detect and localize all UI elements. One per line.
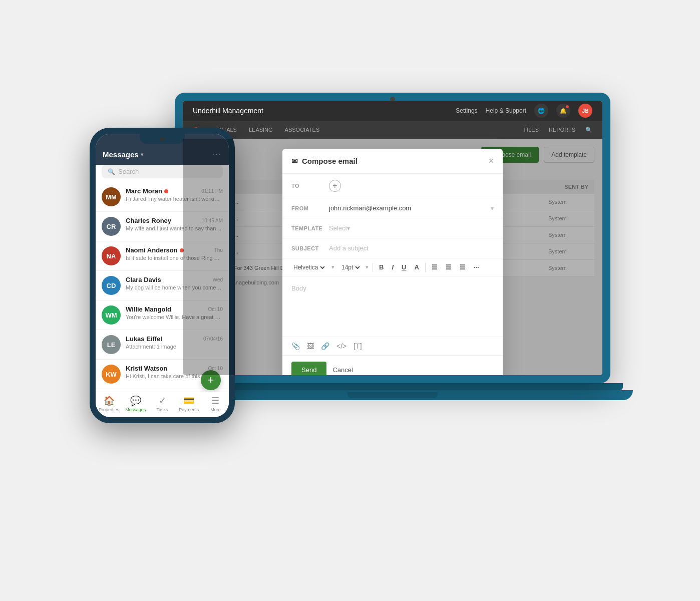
attach-file-icon[interactable]: 📎 xyxy=(291,342,300,350)
sender-name: Willie Mangold xyxy=(126,306,171,313)
to-label: TO xyxy=(291,183,329,189)
phone-camera xyxy=(160,137,164,141)
help-button[interactable]: Help & Support xyxy=(486,107,526,114)
nav-messages-label: Messages xyxy=(125,407,146,412)
nav-messages[interactable]: 💬 Messages xyxy=(122,395,149,412)
underline-button[interactable]: U xyxy=(400,262,408,272)
template-chevron-icon[interactable]: ▾ xyxy=(347,225,350,232)
sender-name: Kristi Watson xyxy=(126,365,167,372)
nav-associates[interactable]: ASSOCIATES xyxy=(285,127,319,133)
nav-more[interactable]: ☰ More xyxy=(202,395,229,412)
attach-template-icon[interactable]: [T] xyxy=(354,342,362,350)
email-body[interactable]: Body xyxy=(282,276,503,337)
laptop-touchpad-indent xyxy=(347,392,438,398)
from-email: john.rickman@example.com xyxy=(329,204,491,212)
template-label: TEMPLATE xyxy=(291,225,329,231)
scene: Underhill Management Settings Help & Sup… xyxy=(75,63,625,538)
messages-icon: 💬 xyxy=(130,395,141,406)
toolbar-separator-2 xyxy=(425,263,426,272)
attach-code-icon[interactable]: </> xyxy=(336,342,346,350)
unread-indicator xyxy=(164,189,168,193)
cancel-button[interactable]: Cancel xyxy=(332,366,353,374)
add-recipient-button[interactable]: + xyxy=(329,180,341,192)
attach-image-icon[interactable]: 🖼 xyxy=(307,342,314,350)
nav-payments[interactable]: 💳 Payments xyxy=(176,395,202,412)
nav-files[interactable]: FILES xyxy=(523,127,539,133)
avatar: NA xyxy=(102,246,121,265)
font-size-select[interactable]: 14pt xyxy=(339,263,362,271)
sender-name: Marc Moran xyxy=(126,187,168,195)
nav-properties[interactable]: 🏠 Properties xyxy=(96,395,122,412)
sender-name: Naomi Anderson xyxy=(126,246,184,254)
laptop: Underhill Management Settings Help & Sup… xyxy=(175,93,610,503)
nav-properties-label: Properties xyxy=(99,407,119,412)
italic-button[interactable]: I xyxy=(390,262,396,272)
header-right: Settings Help & Support 🌐 🔔 JB xyxy=(456,104,592,118)
search-input[interactable]: Search xyxy=(118,168,139,175)
notification-icon[interactable]: 🔔 xyxy=(556,104,570,118)
more-options-button[interactable]: ··· xyxy=(472,262,481,272)
align-button[interactable]: ☰ xyxy=(458,262,468,272)
modal-actions: Send Cancel xyxy=(282,355,503,375)
attachment-toolbar: 📎 🖼 🔗 </> [T] xyxy=(282,337,503,355)
editor-toolbar: Helvetica ▾ 14pt ▾ B I xyxy=(282,258,503,276)
nav-tasks[interactable]: ✓ Tasks xyxy=(149,395,175,412)
to-field: TO + xyxy=(282,174,503,198)
phone-messages-title: Messages ▾ xyxy=(103,150,143,159)
payments-icon: 💳 xyxy=(183,395,194,406)
subject-input[interactable]: Add a subject xyxy=(329,244,369,252)
search-icon: 🔍 xyxy=(108,168,115,175)
notification-badge xyxy=(565,105,569,109)
settings-button[interactable]: Settings xyxy=(456,107,477,114)
font-family-select[interactable]: Helvetica xyxy=(291,263,326,271)
more-icon: ☰ xyxy=(211,395,219,406)
avatar: MM xyxy=(102,187,121,206)
modal-header: ✉ Compose email × xyxy=(282,149,503,174)
app-content: Compose email Add template 51 emails mat… xyxy=(183,139,602,375)
unordered-list-button[interactable]: ☰ xyxy=(430,262,440,272)
nav-leasing[interactable]: LEASING xyxy=(249,127,273,133)
globe-icon[interactable]: 🌐 xyxy=(534,104,548,118)
attach-link-icon[interactable]: 🔗 xyxy=(321,342,329,350)
bold-button[interactable]: B xyxy=(377,262,386,272)
from-chevron-icon[interactable]: ▾ xyxy=(491,205,494,212)
list-item[interactable]: SP Sophia Pfaff 07/04/16 + xyxy=(96,389,229,392)
modal-title: ✉ Compose email xyxy=(291,157,358,166)
app-header: Underhill Management Settings Help & Sup… xyxy=(183,101,602,121)
nav-right: FILES REPORTS 🔍 xyxy=(523,127,592,133)
body-placeholder: Body xyxy=(291,284,306,292)
laptop-body: Underhill Management Settings Help & Sup… xyxy=(175,93,610,383)
email-icon: ✉ xyxy=(291,157,298,166)
content-area: Compose email Add template 51 emails mat… xyxy=(183,139,602,375)
nav-reports[interactable]: REPORTS xyxy=(549,127,575,133)
ordered-list-button[interactable]: ☰ xyxy=(444,262,454,272)
template-field: TEMPLATE Select ▾ xyxy=(282,218,503,238)
template-select[interactable]: Select xyxy=(329,224,347,232)
modal-close-button[interactable]: × xyxy=(488,156,494,166)
avatar: CD xyxy=(102,276,121,295)
modal-overlay: ✉ Compose email × TO + xyxy=(183,139,602,375)
user-avatar[interactable]: JB xyxy=(578,104,592,118)
avatar: LE xyxy=(102,335,121,354)
text-color-button[interactable]: A xyxy=(412,262,421,272)
nav-payments-label: Payments xyxy=(179,407,199,412)
sender-name: Lukas Eiffel xyxy=(126,335,162,343)
dropdown-arrow-icon: ▾ xyxy=(141,152,143,157)
avatar: CR xyxy=(102,217,121,236)
nav-search-icon[interactable]: 🔍 xyxy=(585,127,592,133)
app-nav: 🏠 RENTALS LEASING ASSOCIATES FILES REPOR… xyxy=(183,121,602,139)
subject-field: SUBJECT Add a subject xyxy=(282,238,503,258)
sender-name: Clara Davis xyxy=(126,276,161,283)
from-field: FROM john.rickman@example.com ▾ xyxy=(282,198,503,218)
compose-modal: ✉ Compose email × TO + xyxy=(282,149,503,375)
app-title: Underhill Management xyxy=(193,107,263,115)
from-label: FROM xyxy=(291,205,329,211)
avatar: KW xyxy=(102,365,121,384)
nav-more-label: More xyxy=(210,407,221,412)
sender-name: Charles Roney xyxy=(126,217,171,224)
send-button[interactable]: Send xyxy=(291,362,326,375)
laptop-screen: Underhill Management Settings Help & Sup… xyxy=(183,101,602,375)
home-icon: 🏠 xyxy=(104,395,115,406)
subject-label: SUBJECT xyxy=(291,245,329,251)
nav-tasks-label: Tasks xyxy=(157,407,168,412)
